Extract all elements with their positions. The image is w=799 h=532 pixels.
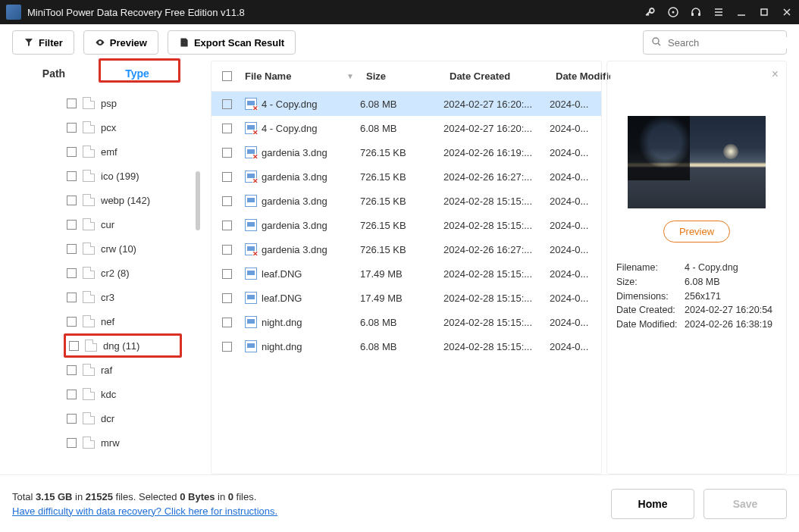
file-date-modified: 2024-0...	[550, 171, 601, 183]
tree-item[interactable]: dng (11)	[64, 333, 182, 358]
tree-item[interactable]: psp	[12, 91, 202, 115]
minimize-icon[interactable]	[735, 6, 747, 18]
export-icon	[179, 37, 190, 48]
file-type-tree[interactable]: psppcxemfico (199)webp (142)curcrw (10)c…	[12, 91, 202, 474]
tree-checkbox[interactable]	[67, 196, 77, 205]
tree-item[interactable]: cr3	[12, 285, 202, 309]
file-icon	[245, 98, 257, 110]
file-size: 726.15 KB	[360, 196, 443, 207]
table-row[interactable]: 4 - Copy.dng6.08 MB2024-02-27 16:20:...2…	[212, 116, 601, 140]
close-icon[interactable]	[781, 6, 793, 18]
home-button[interactable]: Home	[611, 489, 694, 519]
tree-checkbox[interactable]	[67, 317, 77, 327]
col-filename[interactable]: File Name ▼	[239, 70, 360, 82]
table-row[interactable]: leaf.DNG17.49 MB2024-02-28 15:15:...2024…	[212, 261, 601, 286]
preview-label: Preview	[110, 37, 147, 49]
menu-icon[interactable]	[713, 6, 725, 18]
tab-path[interactable]: Path	[12, 61, 96, 86]
col-date-modified[interactable]: Date Modifie	[550, 70, 610, 82]
tree-item[interactable]: kdc	[12, 382, 202, 406]
search-field[interactable]	[668, 37, 795, 49]
row-checkbox[interactable]	[222, 318, 232, 327]
tree-checkbox[interactable]	[67, 268, 77, 278]
maximize-icon[interactable]	[758, 6, 770, 18]
file-date-created: 2024-02-28 15:15:...	[443, 268, 550, 280]
row-checkbox[interactable]	[222, 293, 232, 303]
row-checkbox[interactable]	[222, 196, 232, 206]
tree-checkbox[interactable]	[67, 244, 77, 254]
tree-checkbox[interactable]	[67, 220, 77, 230]
tree-item[interactable]: webp (142)	[12, 188, 202, 212]
file-icon	[245, 171, 257, 183]
close-preview-icon[interactable]: ×	[772, 67, 779, 81]
tree-item[interactable]: dcr	[12, 406, 202, 430]
col-size[interactable]: Size	[360, 70, 443, 82]
file-date-created: 2024-02-28 15:15:...	[443, 317, 550, 328]
tree-checkbox[interactable]	[67, 123, 77, 133]
tree-item[interactable]: nef	[12, 309, 202, 333]
file-date-modified: 2024-0...	[550, 123, 601, 134]
row-checkbox[interactable]	[222, 172, 232, 182]
tree-checkbox[interactable]	[67, 365, 77, 375]
file-icon	[245, 316, 257, 328]
disc-icon[interactable]	[667, 6, 679, 18]
row-checkbox[interactable]	[222, 221, 232, 230]
file-type-icon	[83, 243, 95, 255]
col-date-created[interactable]: Date Created	[443, 70, 550, 82]
file-size: 17.49 MB	[360, 293, 443, 304]
table-row[interactable]: gardenia 3.dng726.15 KB2024-02-28 15:15:…	[212, 189, 601, 213]
preview-file-button[interactable]: Preview	[663, 221, 730, 243]
tree-item[interactable]: cur	[12, 212, 202, 236]
table-row[interactable]: gardenia 3.dng726.15 KB2024-02-28 15:15:…	[212, 213, 601, 237]
export-button[interactable]: Export Scan Result	[168, 30, 296, 55]
tree-label: pcx	[101, 122, 116, 133]
tree-checkbox[interactable]	[69, 341, 79, 351]
sidebar: Path Type psppcxemfico (199)webp (142)cu…	[12, 61, 202, 474]
row-checkbox[interactable]	[222, 124, 232, 133]
tree-checkbox[interactable]	[67, 99, 77, 108]
help-link[interactable]: Have difficulty with data recovery? Clic…	[12, 505, 277, 517]
tree-item[interactable]: cr2 (8)	[12, 261, 202, 285]
save-button[interactable]: Save	[703, 489, 787, 519]
row-checkbox[interactable]	[222, 99, 232, 109]
filter-button[interactable]: Filter	[12, 30, 74, 55]
tree-label: mrw	[101, 437, 120, 449]
tree-item[interactable]: mrw	[12, 430, 202, 455]
headphones-icon[interactable]	[690, 6, 702, 18]
tree-item[interactable]: pcx	[12, 115, 202, 139]
tree-item[interactable]: raf	[12, 358, 202, 382]
tree-checkbox[interactable]	[67, 147, 77, 157]
key-icon[interactable]	[644, 6, 656, 18]
table-row[interactable]: night.dng6.08 MB2024-02-28 15:15:...2024…	[212, 334, 601, 358]
file-icon	[245, 219, 257, 231]
table-row[interactable]: leaf.DNG17.49 MB2024-02-28 15:15:...2024…	[212, 286, 601, 310]
tree-checkbox[interactable]	[67, 171, 77, 181]
tree-label: raf	[101, 365, 112, 376]
table-row[interactable]: gardenia 3.dng726.15 KB2024-02-26 16:19:…	[212, 140, 601, 164]
table-row[interactable]: 4 - Copy.dng6.08 MB2024-02-27 16:20:...2…	[212, 92, 601, 116]
search-input[interactable]	[643, 30, 787, 55]
tree-item[interactable]: crw (10)	[12, 236, 202, 261]
preview-button[interactable]: Preview	[83, 30, 158, 55]
table-row[interactable]: night.dng6.08 MB2024-02-28 15:15:...2024…	[212, 310, 601, 334]
select-all-checkbox[interactable]	[222, 71, 232, 81]
row-checkbox[interactable]	[222, 245, 232, 255]
tree-checkbox[interactable]	[67, 293, 77, 302]
table-row[interactable]: gardenia 3.dng726.15 KB2024-02-26 16:27:…	[212, 164, 601, 189]
tree-checkbox[interactable]	[67, 390, 77, 399]
file-size: 726.15 KB	[360, 244, 443, 255]
file-type-icon	[83, 97, 95, 109]
svg-rect-2	[691, 13, 694, 16]
tab-type[interactable]: Type	[96, 61, 179, 86]
search-icon	[651, 36, 662, 49]
tree-checkbox[interactable]	[67, 414, 77, 424]
row-checkbox[interactable]	[222, 148, 232, 158]
file-date-modified: 2024-0...	[550, 341, 601, 352]
tree-item[interactable]: emf	[12, 139, 202, 164]
table-row[interactable]: gardenia 3.dng726.15 KB2024-02-26 16:27:…	[212, 237, 601, 261]
svg-point-5	[653, 38, 659, 44]
tree-checkbox[interactable]	[67, 438, 77, 448]
row-checkbox[interactable]	[222, 269, 232, 279]
tree-item[interactable]: ico (199)	[12, 164, 202, 188]
row-checkbox[interactable]	[222, 342, 232, 352]
